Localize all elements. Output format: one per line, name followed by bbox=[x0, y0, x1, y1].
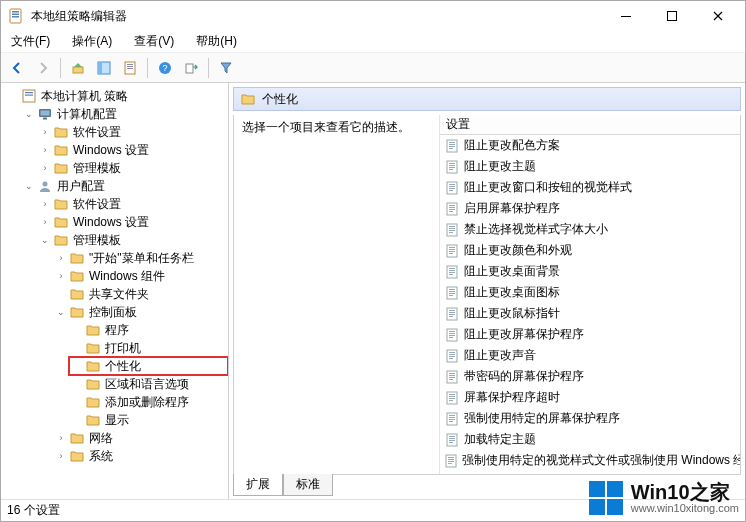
policy-item[interactable]: 加载特定主题 bbox=[440, 429, 740, 450]
policy-item[interactable]: 阻止更改桌面背景 bbox=[440, 261, 740, 282]
folder-icon bbox=[69, 304, 85, 320]
tree-system[interactable]: ›系统 bbox=[53, 447, 228, 465]
tree-shared-folders[interactable]: ›共享文件夹 bbox=[53, 285, 228, 303]
policy-item[interactable]: 强制使用特定的屏幕保护程序 bbox=[440, 408, 740, 429]
tree-pane[interactable]: ▸ 本地计算机 策略 ⌄ 计算机配置 bbox=[1, 83, 229, 499]
menu-help[interactable]: 帮助(H) bbox=[192, 31, 241, 52]
export-button[interactable] bbox=[179, 56, 203, 80]
svg-rect-97 bbox=[449, 442, 453, 443]
help-button[interactable]: ? bbox=[153, 56, 177, 80]
properties-button[interactable] bbox=[118, 56, 142, 80]
tree-network[interactable]: ›网络 bbox=[53, 429, 228, 447]
tree-label: 添加或删除程序 bbox=[103, 394, 191, 411]
policy-item[interactable]: 强制使用特定的视觉样式文件或强制使用 Windows 经典 bbox=[440, 450, 740, 471]
policy-item[interactable]: 阻止更改颜色和外观 bbox=[440, 240, 740, 261]
collapse-icon[interactable]: ⌄ bbox=[23, 180, 35, 192]
expand-icon[interactable]: › bbox=[39, 198, 51, 210]
policy-item[interactable]: 阻止更改桌面图标 bbox=[440, 282, 740, 303]
collapse-icon[interactable]: ⌄ bbox=[55, 306, 67, 318]
collapse-icon[interactable]: ⌄ bbox=[39, 234, 51, 246]
policy-item[interactable]: 阻止更改配色方案 bbox=[440, 135, 740, 156]
folder-icon bbox=[69, 268, 85, 284]
svg-rect-26 bbox=[449, 146, 455, 147]
tree-user-config[interactable]: ⌄ 用户配置 bbox=[21, 177, 228, 195]
menu-action[interactable]: 操作(A) bbox=[68, 31, 116, 52]
expand-icon[interactable]: › bbox=[39, 126, 51, 138]
svg-rect-34 bbox=[449, 184, 455, 185]
policy-label: 阻止更改颜色和外观 bbox=[464, 242, 572, 259]
tree-printers[interactable]: ›打印机 bbox=[69, 339, 228, 357]
policy-label: 禁止选择视觉样式字体大小 bbox=[464, 221, 608, 238]
expand-icon[interactable]: › bbox=[39, 144, 51, 156]
tree-windows-settings[interactable]: ›Windows 设置 bbox=[37, 141, 228, 159]
expand-icon[interactable]: › bbox=[55, 252, 67, 264]
folder-icon bbox=[240, 91, 256, 107]
svg-rect-56 bbox=[449, 272, 455, 273]
tree-computer-config[interactable]: ⌄ 计算机配置 bbox=[21, 105, 228, 123]
policy-item[interactable]: 启用屏幕保护程序 bbox=[440, 198, 740, 219]
minimize-button[interactable] bbox=[603, 1, 649, 31]
policy-item[interactable]: 阻止更改窗口和按钮的视觉样式 bbox=[440, 177, 740, 198]
policy-item[interactable]: 阻止更改屏幕保护程序 bbox=[440, 324, 740, 345]
svg-rect-5 bbox=[668, 12, 677, 21]
collapse-icon[interactable]: ⌄ bbox=[23, 108, 35, 120]
svg-rect-41 bbox=[449, 209, 455, 210]
expand-icon[interactable]: › bbox=[55, 270, 67, 282]
policy-item[interactable]: 阻止更改鼠标指针 bbox=[440, 303, 740, 324]
policy-item[interactable]: 阻止更改声音 bbox=[440, 345, 740, 366]
svg-rect-91 bbox=[449, 419, 455, 420]
tree-personalization[interactable]: ›个性化 bbox=[69, 357, 228, 375]
tab-extended[interactable]: 扩展 bbox=[233, 474, 283, 496]
maximize-button[interactable] bbox=[649, 1, 695, 31]
svg-rect-102 bbox=[448, 463, 452, 464]
up-button[interactable] bbox=[66, 56, 90, 80]
list-scroll[interactable]: 阻止更改配色方案阻止更改主题阻止更改窗口和按钮的视觉样式启用屏幕保护程序禁止选择… bbox=[440, 135, 740, 474]
tree-root[interactable]: ▸ 本地计算机 策略 bbox=[5, 87, 228, 105]
tree-region-language[interactable]: ›区域和语言选项 bbox=[69, 375, 228, 393]
filter-button[interactable] bbox=[214, 56, 238, 80]
tree-label: 软件设置 bbox=[71, 124, 123, 141]
svg-rect-54 bbox=[449, 268, 455, 269]
computer-icon bbox=[37, 106, 53, 122]
svg-rect-89 bbox=[449, 415, 455, 416]
column-header[interactable]: 设置 bbox=[440, 115, 740, 135]
policy-item[interactable]: 屏幕保护程序超时 bbox=[440, 387, 740, 408]
policy-item[interactable]: 带密码的屏幕保护程序 bbox=[440, 366, 740, 387]
tree-control-panel[interactable]: ⌄控制面板 bbox=[53, 303, 228, 321]
back-button[interactable] bbox=[5, 56, 29, 80]
tree-software-settings[interactable]: ›软件设置 bbox=[37, 123, 228, 141]
expand-icon[interactable]: › bbox=[55, 432, 67, 444]
svg-rect-85 bbox=[449, 396, 455, 397]
svg-rect-35 bbox=[449, 186, 455, 187]
description-text: 选择一个项目来查看它的描述。 bbox=[242, 120, 410, 134]
svg-rect-45 bbox=[449, 228, 455, 229]
svg-rect-86 bbox=[449, 398, 455, 399]
show-tree-button[interactable] bbox=[92, 56, 116, 80]
tree-admin-templates[interactable]: ›管理模板 bbox=[37, 159, 228, 177]
tree-label: Windows 组件 bbox=[87, 268, 167, 285]
tree-display[interactable]: ›显示 bbox=[69, 411, 228, 429]
menu-view[interactable]: 查看(V) bbox=[130, 31, 178, 52]
policy-item[interactable]: 禁止选择视觉样式字体大小 bbox=[440, 219, 740, 240]
tree-windows-components[interactable]: ›Windows 组件 bbox=[53, 267, 228, 285]
folder-icon bbox=[85, 358, 101, 374]
policy-label: 阻止更改屏幕保护程序 bbox=[464, 326, 584, 343]
tree-add-remove-programs[interactable]: ›添加或删除程序 bbox=[69, 393, 228, 411]
tree-admin-templates[interactable]: ⌄管理模板 bbox=[37, 231, 228, 249]
menu-file[interactable]: 文件(F) bbox=[7, 31, 54, 52]
expand-icon[interactable]: › bbox=[39, 162, 51, 174]
svg-rect-50 bbox=[449, 249, 455, 250]
tab-standard[interactable]: 标准 bbox=[283, 474, 333, 496]
tree-software-settings[interactable]: ›软件设置 bbox=[37, 195, 228, 213]
policy-item[interactable]: 阻止更改主题 bbox=[440, 156, 740, 177]
tree-windows-settings[interactable]: ›Windows 设置 bbox=[37, 213, 228, 231]
expand-icon[interactable]: › bbox=[39, 216, 51, 228]
policy-label: 加载特定主题 bbox=[464, 431, 536, 448]
forward-button[interactable] bbox=[31, 56, 55, 80]
tree-start-menu[interactable]: ›"开始"菜单和任务栏 bbox=[53, 249, 228, 267]
tree-programs[interactable]: ›程序 bbox=[69, 321, 228, 339]
menubar: 文件(F) 操作(A) 查看(V) 帮助(H) bbox=[1, 31, 745, 53]
folder-icon bbox=[53, 160, 69, 176]
close-button[interactable] bbox=[695, 1, 741, 31]
expand-icon[interactable]: › bbox=[55, 450, 67, 462]
